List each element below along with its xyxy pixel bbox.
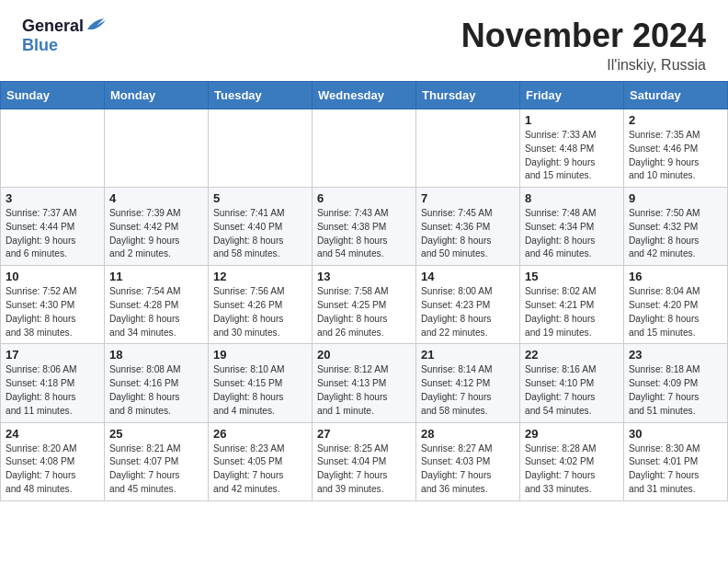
day-info: Sunrise: 8:06 AM Sunset: 4:18 PM Dayligh…: [6, 363, 99, 418]
day-info: Sunrise: 8:21 AM Sunset: 4:07 PM Dayligh…: [109, 442, 203, 497]
day-number: 27: [317, 427, 411, 441]
calendar-week-5: 24Sunrise: 8:20 AM Sunset: 4:08 PM Dayli…: [1, 422, 728, 500]
day-number: 7: [421, 191, 515, 205]
day-info: Sunrise: 7:33 AM Sunset: 4:48 PM Dayligh…: [525, 129, 619, 183]
day-number: 26: [213, 427, 307, 441]
calendar-cell: 29Sunrise: 8:28 AM Sunset: 4:02 PM Dayli…: [520, 422, 624, 500]
weekday-header-wednesday: Wednesday: [313, 82, 416, 109]
calendar-cell: 20Sunrise: 8:12 AM Sunset: 4:13 PM Dayli…: [313, 344, 416, 422]
day-info: Sunrise: 8:27 AM Sunset: 4:03 PM Dayligh…: [421, 442, 515, 497]
weekday-header-thursday: Thursday: [416, 82, 520, 109]
day-info: Sunrise: 7:56 AM Sunset: 4:26 PM Dayligh…: [213, 285, 307, 339]
day-number: 9: [629, 191, 722, 205]
calendar-cell: [313, 109, 416, 188]
day-info: Sunrise: 8:18 AM Sunset: 4:09 PM Dayligh…: [629, 363, 722, 418]
day-info: Sunrise: 7:37 AM Sunset: 4:44 PM Dayligh…: [6, 207, 99, 261]
logo-general-text: General: [22, 17, 84, 36]
calendar-cell: 17Sunrise: 8:06 AM Sunset: 4:18 PM Dayli…: [1, 344, 105, 422]
calendar-cell: 6Sunrise: 7:43 AM Sunset: 4:38 PM Daylig…: [313, 188, 416, 266]
day-info: Sunrise: 7:50 AM Sunset: 4:32 PM Dayligh…: [629, 207, 722, 261]
calendar-cell: 21Sunrise: 8:14 AM Sunset: 4:12 PM Dayli…: [416, 344, 520, 422]
day-info: Sunrise: 8:16 AM Sunset: 4:10 PM Dayligh…: [525, 363, 619, 418]
day-info: Sunrise: 7:45 AM Sunset: 4:36 PM Dayligh…: [421, 207, 515, 261]
title-area: November 2024 Il'inskiy, Russia: [461, 17, 706, 74]
calendar-cell: 2Sunrise: 7:35 AM Sunset: 4:46 PM Daylig…: [624, 109, 728, 188]
day-number: 21: [421, 348, 515, 362]
day-number: 10: [6, 270, 99, 283]
calendar-cell: 27Sunrise: 8:25 AM Sunset: 4:04 PM Dayli…: [313, 422, 416, 500]
page-header: General Blue November 2024 Il'inskiy, Ru…: [0, 0, 728, 81]
day-number: 17: [6, 348, 99, 362]
day-number: 1: [525, 113, 619, 127]
day-number: 30: [629, 427, 722, 441]
day-info: Sunrise: 7:58 AM Sunset: 4:25 PM Dayligh…: [317, 285, 411, 339]
day-number: 19: [213, 348, 307, 362]
calendar-cell: 12Sunrise: 7:56 AM Sunset: 4:26 PM Dayli…: [209, 266, 313, 344]
calendar-cell: 19Sunrise: 8:10 AM Sunset: 4:15 PM Dayli…: [209, 344, 313, 422]
calendar-week-3: 10Sunrise: 7:52 AM Sunset: 4:30 PM Dayli…: [1, 266, 728, 344]
calendar-cell: 8Sunrise: 7:48 AM Sunset: 4:34 PM Daylig…: [520, 188, 624, 266]
weekday-header-sunday: Sunday: [1, 82, 105, 109]
day-number: 15: [525, 270, 619, 283]
day-number: 24: [6, 427, 99, 441]
weekday-header-friday: Friday: [520, 82, 624, 109]
calendar-cell: 15Sunrise: 8:02 AM Sunset: 4:21 PM Dayli…: [520, 266, 624, 344]
calendar-cell: 18Sunrise: 8:08 AM Sunset: 4:16 PM Dayli…: [105, 344, 209, 422]
calendar-cell: 22Sunrise: 8:16 AM Sunset: 4:10 PM Dayli…: [520, 344, 624, 422]
calendar-week-2: 3Sunrise: 7:37 AM Sunset: 4:44 PM Daylig…: [1, 188, 728, 266]
calendar-cell: 1Sunrise: 7:33 AM Sunset: 4:48 PM Daylig…: [520, 109, 624, 188]
calendar-cell: 5Sunrise: 7:41 AM Sunset: 4:40 PM Daylig…: [209, 188, 313, 266]
day-info: Sunrise: 8:08 AM Sunset: 4:16 PM Dayligh…: [109, 363, 203, 418]
day-number: 6: [317, 191, 411, 205]
day-number: 23: [629, 348, 722, 362]
calendar-cell: 24Sunrise: 8:20 AM Sunset: 4:08 PM Dayli…: [1, 422, 105, 500]
calendar-cell: 30Sunrise: 8:30 AM Sunset: 4:01 PM Dayli…: [624, 422, 728, 500]
day-info: Sunrise: 7:35 AM Sunset: 4:46 PM Dayligh…: [629, 129, 722, 183]
logo-bird-icon: [85, 17, 106, 33]
day-info: Sunrise: 8:25 AM Sunset: 4:04 PM Dayligh…: [317, 442, 411, 497]
day-info: Sunrise: 8:14 AM Sunset: 4:12 PM Dayligh…: [421, 363, 515, 418]
day-info: Sunrise: 8:04 AM Sunset: 4:20 PM Dayligh…: [629, 285, 722, 339]
calendar-cell: [416, 109, 520, 188]
calendar-cell: [105, 109, 209, 188]
day-number: 22: [525, 348, 619, 362]
calendar-cell: 14Sunrise: 8:00 AM Sunset: 4:23 PM Dayli…: [416, 266, 520, 344]
day-number: 8: [525, 191, 619, 205]
month-title: November 2024: [461, 17, 706, 55]
weekday-header-tuesday: Tuesday: [209, 82, 313, 109]
calendar-cell: 26Sunrise: 8:23 AM Sunset: 4:05 PM Dayli…: [209, 422, 313, 500]
day-number: 3: [6, 191, 99, 205]
calendar-cell: 4Sunrise: 7:39 AM Sunset: 4:42 PM Daylig…: [105, 188, 209, 266]
logo-blue-text: Blue: [22, 36, 106, 55]
calendar-week-4: 17Sunrise: 8:06 AM Sunset: 4:18 PM Dayli…: [1, 344, 728, 422]
day-number: 25: [109, 427, 203, 441]
weekday-header-row: SundayMondayTuesdayWednesdayThursdayFrid…: [1, 82, 728, 109]
calendar-cell: 23Sunrise: 8:18 AM Sunset: 4:09 PM Dayli…: [624, 344, 728, 422]
day-info: Sunrise: 8:23 AM Sunset: 4:05 PM Dayligh…: [213, 442, 307, 497]
day-info: Sunrise: 8:02 AM Sunset: 4:21 PM Dayligh…: [525, 285, 619, 339]
day-number: 14: [421, 270, 515, 283]
calendar-week-1: 1Sunrise: 7:33 AM Sunset: 4:48 PM Daylig…: [1, 109, 728, 188]
day-number: 11: [109, 270, 203, 283]
day-number: 18: [109, 348, 203, 362]
day-info: Sunrise: 7:48 AM Sunset: 4:34 PM Dayligh…: [525, 207, 619, 261]
day-number: 4: [109, 191, 203, 205]
calendar-cell: [1, 109, 105, 188]
calendar-cell: 3Sunrise: 7:37 AM Sunset: 4:44 PM Daylig…: [1, 188, 105, 266]
day-info: Sunrise: 7:52 AM Sunset: 4:30 PM Dayligh…: [6, 285, 99, 339]
day-info: Sunrise: 7:39 AM Sunset: 4:42 PM Dayligh…: [109, 207, 203, 261]
day-number: 13: [317, 270, 411, 283]
calendar-cell: 9Sunrise: 7:50 AM Sunset: 4:32 PM Daylig…: [624, 188, 728, 266]
calendar-cell: 13Sunrise: 7:58 AM Sunset: 4:25 PM Dayli…: [313, 266, 416, 344]
calendar-table: SundayMondayTuesdayWednesdayThursdayFrid…: [0, 81, 728, 501]
day-info: Sunrise: 7:54 AM Sunset: 4:28 PM Dayligh…: [109, 285, 203, 339]
day-number: 28: [421, 427, 515, 441]
calendar-cell: 11Sunrise: 7:54 AM Sunset: 4:28 PM Dayli…: [105, 266, 209, 344]
weekday-header-saturday: Saturday: [624, 82, 728, 109]
day-info: Sunrise: 8:30 AM Sunset: 4:01 PM Dayligh…: [629, 442, 722, 497]
day-info: Sunrise: 8:20 AM Sunset: 4:08 PM Dayligh…: [6, 442, 99, 497]
weekday-header-monday: Monday: [105, 82, 209, 109]
day-info: Sunrise: 8:00 AM Sunset: 4:23 PM Dayligh…: [421, 285, 515, 339]
day-number: 12: [213, 270, 307, 283]
day-info: Sunrise: 7:43 AM Sunset: 4:38 PM Dayligh…: [317, 207, 411, 261]
